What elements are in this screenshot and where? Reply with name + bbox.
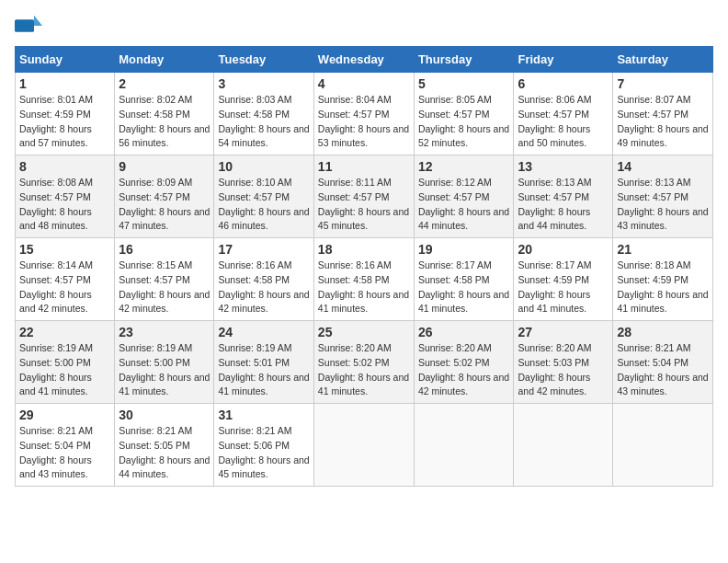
day-sunrise: Sunrise: 8:06 AMSunset: 4:57 PMDaylight:… <box>518 94 591 148</box>
day-number: 20 <box>518 242 609 257</box>
day-number: 8 <box>19 159 110 174</box>
day-sunrise: Sunrise: 8:20 AMSunset: 5:02 PMDaylight:… <box>418 342 509 396</box>
day-sunrise: Sunrise: 8:13 AMSunset: 4:57 PMDaylight:… <box>518 177 591 231</box>
day-sunrise: Sunrise: 8:21 AMSunset: 5:04 PMDaylight:… <box>19 425 93 479</box>
day-number: 6 <box>518 76 609 91</box>
day-number: 22 <box>19 325 110 339</box>
day-number: 4 <box>318 76 410 91</box>
day-sunrise: Sunrise: 8:17 AMSunset: 4:59 PMDaylight:… <box>518 259 591 314</box>
day-number: 11 <box>318 159 410 174</box>
weekday-header-friday: Friday <box>514 47 613 73</box>
day-sunrise: Sunrise: 8:09 AMSunset: 4:57 PMDaylight:… <box>119 177 210 231</box>
weekday-header-wednesday: Wednesday <box>313 47 414 73</box>
day-number: 3 <box>218 76 309 91</box>
day-sunrise: Sunrise: 8:04 AMSunset: 4:57 PMDaylight:… <box>318 94 409 148</box>
calendar-cell: 29Sunrise: 8:21 AMSunset: 5:04 PMDayligh… <box>16 404 115 487</box>
calendar-week-3: 15Sunrise: 8:14 AMSunset: 4:57 PMDayligh… <box>16 238 713 321</box>
day-number: 13 <box>518 159 609 174</box>
day-sunrise: Sunrise: 8:10 AMSunset: 4:57 PMDaylight:… <box>218 177 309 231</box>
day-number: 28 <box>617 325 709 339</box>
day-sunrise: Sunrise: 8:20 AMSunset: 5:02 PMDaylight:… <box>318 342 409 396</box>
day-number: 19 <box>418 242 510 257</box>
calendar-cell: 16Sunrise: 8:15 AMSunset: 4:57 PMDayligh… <box>115 238 214 321</box>
calendar-week-5: 29Sunrise: 8:21 AMSunset: 5:04 PMDayligh… <box>16 404 713 487</box>
calendar-cell: 13Sunrise: 8:13 AMSunset: 4:57 PMDayligh… <box>514 155 613 238</box>
day-sunrise: Sunrise: 8:19 AMSunset: 5:01 PMDaylight:… <box>218 342 309 396</box>
day-sunrise: Sunrise: 8:03 AMSunset: 4:58 PMDaylight:… <box>218 94 309 148</box>
calendar-week-1: 1Sunrise: 8:01 AMSunset: 4:59 PMDaylight… <box>16 73 713 155</box>
calendar-cell: 26Sunrise: 8:20 AMSunset: 5:02 PMDayligh… <box>414 321 514 404</box>
day-number: 31 <box>218 408 309 422</box>
calendar-cell: 19Sunrise: 8:17 AMSunset: 4:58 PMDayligh… <box>414 238 514 321</box>
calendar-cell: 5Sunrise: 8:05 AMSunset: 4:57 PMDaylight… <box>414 73 514 155</box>
calendar-cell: 18Sunrise: 8:16 AMSunset: 4:58 PMDayligh… <box>313 238 414 321</box>
day-sunrise: Sunrise: 8:02 AMSunset: 4:58 PMDaylight:… <box>119 94 210 148</box>
calendar-cell: 14Sunrise: 8:13 AMSunset: 4:57 PMDayligh… <box>613 155 713 238</box>
day-number: 24 <box>218 325 309 339</box>
weekday-header-saturday: Saturday <box>613 47 713 73</box>
day-number: 5 <box>418 76 510 91</box>
calendar-cell: 27Sunrise: 8:20 AMSunset: 5:03 PMDayligh… <box>514 321 613 404</box>
calendar-cell: 24Sunrise: 8:19 AMSunset: 5:01 PMDayligh… <box>214 321 313 404</box>
calendar-cell: 11Sunrise: 8:11 AMSunset: 4:57 PMDayligh… <box>313 155 414 238</box>
weekday-header-tuesday: Tuesday <box>214 47 313 73</box>
day-number: 23 <box>119 325 210 339</box>
calendar-cell: 3Sunrise: 8:03 AMSunset: 4:58 PMDaylight… <box>214 73 313 155</box>
day-sunrise: Sunrise: 8:13 AMSunset: 4:57 PMDaylight:… <box>617 177 708 231</box>
calendar-week-2: 8Sunrise: 8:08 AMSunset: 4:57 PMDaylight… <box>16 155 713 238</box>
day-number: 12 <box>418 159 510 174</box>
calendar-cell: 8Sunrise: 8:08 AMSunset: 4:57 PMDaylight… <box>16 155 115 238</box>
day-number: 2 <box>119 76 210 91</box>
day-number: 1 <box>19 76 110 91</box>
day-sunrise: Sunrise: 8:01 AMSunset: 4:59 PMDaylight:… <box>19 94 93 148</box>
day-number: 7 <box>617 76 709 91</box>
calendar-cell: 7Sunrise: 8:07 AMSunset: 4:57 PMDaylight… <box>613 73 713 155</box>
logo <box>15 15 44 37</box>
day-sunrise: Sunrise: 8:05 AMSunset: 4:57 PMDaylight:… <box>418 94 509 148</box>
day-number: 21 <box>617 242 709 257</box>
weekday-header-row: SundayMondayTuesdayWednesdayThursdayFrid… <box>16 47 713 73</box>
calendar-table: SundayMondayTuesdayWednesdayThursdayFrid… <box>15 46 713 487</box>
day-sunrise: Sunrise: 8:14 AMSunset: 4:57 PMDaylight:… <box>19 259 93 314</box>
day-number: 14 <box>617 159 709 174</box>
day-sunrise: Sunrise: 8:18 AMSunset: 4:59 PMDaylight:… <box>617 259 708 314</box>
day-number: 16 <box>119 242 210 257</box>
calendar-cell <box>313 404 414 487</box>
calendar-cell: 28Sunrise: 8:21 AMSunset: 5:04 PMDayligh… <box>613 321 713 404</box>
page-header <box>15 15 713 37</box>
day-sunrise: Sunrise: 8:08 AMSunset: 4:57 PMDaylight:… <box>19 177 93 231</box>
day-sunrise: Sunrise: 8:16 AMSunset: 4:58 PMDaylight:… <box>318 259 409 314</box>
calendar-cell: 2Sunrise: 8:02 AMSunset: 4:58 PMDaylight… <box>115 73 214 155</box>
calendar-cell <box>414 404 514 487</box>
calendar-cell: 22Sunrise: 8:19 AMSunset: 5:00 PMDayligh… <box>16 321 115 404</box>
day-number: 25 <box>318 325 410 339</box>
calendar-cell: 17Sunrise: 8:16 AMSunset: 4:58 PMDayligh… <box>214 238 313 321</box>
day-sunrise: Sunrise: 8:11 AMSunset: 4:57 PMDaylight:… <box>318 177 409 231</box>
day-sunrise: Sunrise: 8:21 AMSunset: 5:04 PMDaylight:… <box>617 342 708 396</box>
svg-marker-1 <box>34 16 42 26</box>
calendar-cell: 1Sunrise: 8:01 AMSunset: 4:59 PMDaylight… <box>16 73 115 155</box>
day-sunrise: Sunrise: 8:19 AMSunset: 5:00 PMDaylight:… <box>119 342 210 396</box>
calendar-cell: 30Sunrise: 8:21 AMSunset: 5:05 PMDayligh… <box>115 404 214 487</box>
calendar-cell: 6Sunrise: 8:06 AMSunset: 4:57 PMDaylight… <box>514 73 613 155</box>
day-sunrise: Sunrise: 8:21 AMSunset: 5:06 PMDaylight:… <box>218 425 309 479</box>
calendar-cell: 20Sunrise: 8:17 AMSunset: 4:59 PMDayligh… <box>514 238 613 321</box>
day-number: 27 <box>518 325 609 339</box>
day-sunrise: Sunrise: 8:15 AMSunset: 4:57 PMDaylight:… <box>119 259 210 314</box>
calendar-cell: 4Sunrise: 8:04 AMSunset: 4:57 PMDaylight… <box>313 73 414 155</box>
day-number: 26 <box>418 325 510 339</box>
calendar-cell: 15Sunrise: 8:14 AMSunset: 4:57 PMDayligh… <box>16 238 115 321</box>
calendar-cell: 9Sunrise: 8:09 AMSunset: 4:57 PMDaylight… <box>115 155 214 238</box>
day-number: 30 <box>119 408 210 422</box>
calendar-cell <box>613 404 713 487</box>
day-number: 17 <box>218 242 309 257</box>
calendar-cell: 31Sunrise: 8:21 AMSunset: 5:06 PMDayligh… <box>214 404 313 487</box>
day-number: 9 <box>119 159 210 174</box>
weekday-header-monday: Monday <box>115 47 214 73</box>
day-sunrise: Sunrise: 8:21 AMSunset: 5:05 PMDaylight:… <box>119 425 210 479</box>
weekday-header-thursday: Thursday <box>414 47 514 73</box>
day-sunrise: Sunrise: 8:19 AMSunset: 5:00 PMDaylight:… <box>19 342 93 396</box>
day-sunrise: Sunrise: 8:16 AMSunset: 4:58 PMDaylight:… <box>218 259 309 314</box>
calendar-cell: 21Sunrise: 8:18 AMSunset: 4:59 PMDayligh… <box>613 238 713 321</box>
svg-rect-0 <box>15 19 34 32</box>
